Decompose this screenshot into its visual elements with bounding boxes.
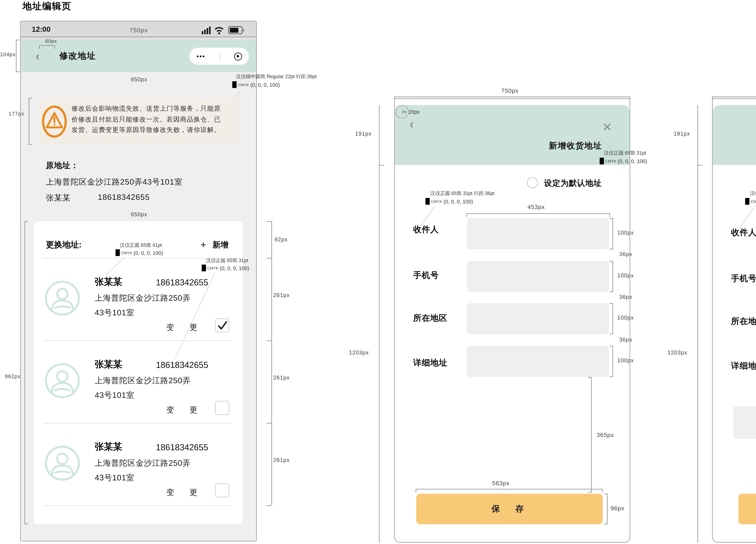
save-button[interactable]: 保 存 [416, 494, 603, 524]
cmyk-annotation-warning: CMYK (0, 0, 0, 100) [232, 81, 280, 88]
screen3-header [713, 105, 756, 165]
item-address-line2: 43号101室 [95, 307, 135, 318]
save-button[interactable]: 保 存 [738, 494, 756, 524]
measure-60: 60px [45, 39, 57, 44]
status-time: 12:00 [32, 25, 51, 34]
measure-60-bracket [39, 45, 55, 49]
measure-962: 962px [5, 373, 21, 379]
measure-rail [379, 105, 380, 543]
input-recipient[interactable] [467, 218, 609, 249]
input-detail[interactable] [467, 346, 609, 377]
default-label: 设定为默认地址 [544, 178, 602, 189]
measure-750: 750px [501, 87, 519, 94]
item-address-line2: 43号101室 [95, 390, 135, 401]
checkbox-empty[interactable] [215, 401, 229, 415]
item-phone: 18618342655 [156, 277, 208, 287]
input-region[interactable] [467, 303, 609, 334]
measure-96: 96px [611, 505, 624, 511]
default-radio[interactable] [527, 177, 538, 188]
color-swatch [232, 81, 236, 88]
font-annotation-fields: 汉仪正圆 65简 31pt 行距:36pt [430, 190, 494, 197]
signal-icon [202, 27, 211, 34]
item-name: 张某某 [95, 441, 122, 453]
measure-365: 365px [597, 431, 614, 438]
status-icons [202, 26, 249, 34]
measure-104: 104px [0, 51, 16, 57]
field-label: 所在地区 [731, 316, 756, 327]
measure-453: 453px [528, 204, 545, 210]
cmyk-annotation-fields: CMYK(0, 0, 0, 100) [745, 198, 756, 205]
change-button[interactable]: 变 更 [166, 404, 201, 415]
measure-100: 100px [617, 230, 634, 236]
back-icon[interactable]: ‹ [410, 117, 414, 130]
change-button[interactable]: 变 更 [166, 487, 201, 498]
measure-100: 100px [617, 357, 634, 363]
measure-177: 177px [9, 111, 24, 117]
measure-rail [697, 105, 698, 543]
measure-261: 261px [273, 374, 290, 381]
warning-text: 修改后会影响物流失效、送货上门等服务，只能原 价修改且付款后只能修改一次。若因商… [72, 103, 238, 136]
font-annotation-warning: 汉仪细中圆简 Regular 22pt 行距:36pt [236, 73, 317, 80]
back-icon[interactable]: ‹ [35, 49, 40, 62]
item-name: 张某某 [95, 359, 122, 370]
change-address-title: 更换地址: [46, 240, 81, 251]
close-capsule-icon[interactable] [234, 52, 242, 60]
divider [43, 258, 232, 259]
divider [43, 423, 232, 423]
cmyk-annotation-fields: CMYK(0, 0, 0, 100) [425, 198, 473, 205]
measure-1203: 1203px [349, 349, 369, 355]
item-address-line1: 上海普陀区金沙江路250弄 [95, 292, 191, 304]
field-label: 手机号 [413, 270, 439, 281]
screen2-header [395, 105, 630, 165]
field-label: 所在地区 [413, 313, 447, 324]
page-title: 地址编辑页 [23, 1, 72, 12]
original-address-label: 原地址： [46, 160, 79, 171]
measure-962-bracket [24, 221, 28, 524]
measure-100: 100px [617, 315, 634, 321]
field-label: 详细地址 [413, 357, 447, 368]
screen2-title: 新增收货地址 [549, 141, 602, 152]
cmyk-annotation-41pt: CMYK(0, 0, 0, 100) [116, 249, 163, 256]
wifi-icon [215, 28, 223, 31]
close-icon[interactable]: ✕ [602, 121, 612, 133]
mini-program-capsule: ••• [189, 48, 249, 65]
add-address-button[interactable]: + 新增 [200, 239, 228, 251]
input-phone[interactable] [467, 261, 609, 292]
more-menu-icon[interactable]: ••• [196, 53, 205, 60]
cmyk-annotation-title: CMYK(0, 0, 0, 100) [600, 158, 647, 164]
measure-100: 100px [617, 272, 634, 278]
field-label: 详细地址 [731, 360, 756, 371]
field-label: 手机号 [731, 273, 756, 284]
change-button[interactable]: 变 更 [166, 322, 201, 333]
measure-650-card: 650px [131, 212, 147, 218]
capsule-divider [219, 52, 220, 61]
measure-177-bracket [29, 98, 32, 145]
item-address-line2: 43号101室 [95, 472, 135, 483]
measure-650-top: 650px [131, 76, 147, 82]
measure-191: 191px [674, 131, 690, 137]
item-name: 张某某 [95, 276, 122, 288]
checkbox-checked[interactable] [215, 318, 229, 332]
measure-36: 36px [619, 251, 632, 257]
cmyk-annotation-31pt: CMYK(0, 0, 0, 100) [202, 265, 249, 271]
item-address-line1: 上海普陀区金沙江路250弄 [95, 375, 191, 386]
measure-36: 36px [619, 337, 632, 343]
screen1-width-label: 750px [130, 27, 148, 34]
font-annotation-fields: 汉仪正圆 65简 31pt 行距:36pt [750, 190, 756, 197]
delete-button[interactable]: 删 除 [733, 406, 756, 439]
measure-rail [271, 221, 272, 505]
original-name: 张某某 [46, 193, 71, 204]
alert-icon [42, 105, 67, 138]
measure-92: 92px [274, 237, 288, 243]
avatar-icon [44, 280, 81, 317]
field-label: 收件人 [413, 224, 439, 235]
font-annotation-title: 汉仪正圆 65简 31pt [604, 150, 646, 156]
screen1-header-title: 修改地址 [59, 51, 96, 62]
divider [43, 340, 232, 341]
avatar-icon [44, 362, 81, 399]
measure-583-bracket [416, 489, 603, 492]
item-phone: 18618342655 [156, 360, 208, 370]
measure-191: 191px [355, 131, 372, 137]
measure-365-bracket [588, 377, 592, 492]
checkbox-empty[interactable] [215, 483, 229, 497]
